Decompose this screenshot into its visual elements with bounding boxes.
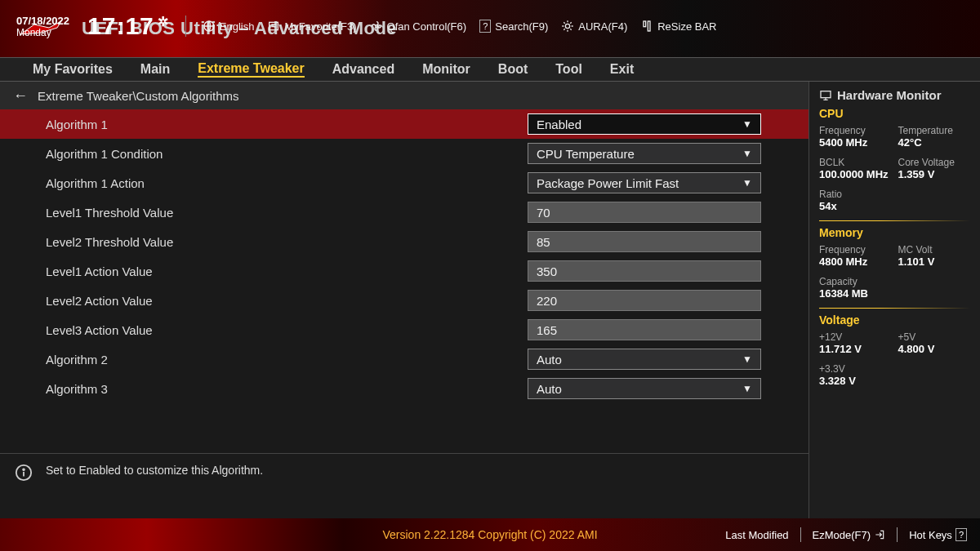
row-label: Level1 Threshold Value (46, 206, 528, 220)
row-algorithm-2[interactable]: Algorithm 2 Auto ▼ (0, 344, 808, 374)
input-level3-action[interactable]: 165 (528, 319, 761, 340)
select-algorithm-1-action[interactable]: Package Power Limit Fast ▼ (528, 172, 761, 193)
back-arrow-icon[interactable]: ← (13, 87, 28, 104)
monitor-icon (819, 89, 832, 102)
aura-button[interactable]: AURA(F4) (561, 20, 627, 33)
input-level1-threshold[interactable]: 70 (528, 202, 761, 223)
row-label: Algorithm 1 (46, 118, 528, 131)
chevron-down-icon: ▼ (742, 148, 752, 159)
svg-point-3 (566, 24, 570, 28)
breadcrumb: Extreme Tweaker\Custom Algorithms (38, 89, 238, 103)
sun-icon (561, 20, 574, 33)
svg-rect-5 (648, 21, 651, 31)
select-algorithm-3[interactable]: Auto ▼ (528, 378, 761, 399)
search-button[interactable]: ? Search(F9) (479, 20, 548, 33)
input-level2-threshold[interactable]: 85 (528, 231, 761, 252)
side-title: Hardware Monitor (819, 88, 970, 102)
resizebar-button[interactable]: ReSize BAR (640, 20, 716, 33)
select-algorithm-1[interactable]: Enabled ▼ (528, 113, 761, 135)
row-algorithm-1-action[interactable]: Algorithm 1 Action Package Power Limit F… (0, 168, 808, 198)
question-icon: ? (479, 20, 491, 33)
chevron-down-icon: ▼ (742, 353, 752, 365)
row-label: Level1 Action Value (46, 264, 528, 278)
tab-extreme-tweaker[interactable]: Extreme Tweaker (198, 61, 304, 78)
svg-point-7 (23, 469, 24, 470)
row-algorithm-3[interactable]: Algorithm 3 Auto ▼ (0, 374, 808, 403)
row-level1-threshold[interactable]: Level1 Threshold Value 70 (0, 198, 808, 227)
select-algorithm-2[interactable]: Auto ▼ (528, 349, 761, 370)
row-level3-action[interactable]: Level3 Action Value 165 (0, 315, 808, 344)
section-voltage: Voltage (819, 313, 970, 327)
row-label: Level2 Threshold Value (46, 235, 528, 249)
tab-monitor[interactable]: Monitor (422, 62, 470, 77)
hardware-monitor-panel: Hardware Monitor CPU Frequency5400 MHz T… (808, 82, 980, 518)
section-cpu: CPU (819, 107, 970, 120)
row-label: Algorithm 1 Condition (46, 147, 528, 161)
separator (897, 527, 898, 542)
info-panel: Set to Enabled to customize this Algorit… (0, 453, 808, 518)
divider (819, 220, 970, 221)
input-level1-action[interactable]: 350 (528, 260, 761, 282)
last-modified-button[interactable]: Last Modified (725, 529, 788, 541)
row-algorithm-1[interactable]: Algorithm 1 Enabled ▼ (0, 109, 808, 139)
gear-icon[interactable]: ✲ (158, 14, 169, 29)
tab-boot[interactable]: Boot (498, 62, 528, 77)
tab-tool[interactable]: Tool (555, 62, 582, 77)
hotkeys-button[interactable]: Hot Keys ? (909, 528, 967, 541)
version-text: Version 2.22.1284 Copyright (C) 2022 AMI (382, 528, 597, 541)
bar-icon (640, 20, 653, 33)
tab-main[interactable]: Main (140, 62, 170, 77)
header-banner: UEFI BIOS Utility – Advanced Mode 07/18/… (0, 0, 980, 57)
row-algorithm-1-condition[interactable]: Algorithm 1 Condition CPU Temperature ▼ (0, 139, 808, 168)
info-text: Set to Enabled to customize this Algorit… (46, 464, 263, 477)
row-label: Level2 Action Value (46, 294, 528, 308)
tab-exit[interactable]: Exit (610, 62, 634, 77)
row-level2-threshold[interactable]: Level2 Threshold Value 85 (0, 227, 808, 256)
main-tabs: My Favorites Main Extreme Tweaker Advanc… (0, 57, 980, 82)
tab-my-favorites[interactable]: My Favorites (33, 62, 113, 77)
info-icon (15, 464, 33, 482)
row-label: Algorithm 3 (46, 382, 528, 396)
separator (800, 527, 801, 542)
row-label: Algorithm 1 Action (46, 176, 528, 190)
clock-text: 17:17 ✲ (87, 12, 169, 40)
row-level1-action[interactable]: Level1 Action Value 350 (0, 256, 808, 286)
tab-advanced[interactable]: Advanced (332, 62, 394, 77)
chevron-down-icon: ▼ (742, 177, 752, 189)
chevron-down-icon: ▼ (742, 118, 752, 130)
datetime-block: 07/18/2022 Monday (16, 15, 69, 38)
qfan-button[interactable]: Qfan Control(F6) (370, 20, 467, 33)
ezmode-button[interactable]: EzMode(F7) (813, 529, 886, 541)
list-icon (267, 20, 280, 33)
language-button[interactable]: English (203, 20, 255, 33)
select-algorithm-1-condition[interactable]: CPU Temperature ▼ (528, 143, 761, 164)
row-label: Level3 Action Value (46, 323, 528, 337)
breadcrumb-bar: ← Extreme Tweaker\Custom Algorithms (0, 82, 808, 109)
myfavorite-button[interactable]: MyFavorite(F3) (267, 20, 356, 33)
chevron-down-icon: ▼ (742, 383, 752, 394)
divider (819, 308, 970, 309)
question-icon: ? (956, 528, 967, 541)
row-level2-action[interactable]: Level2 Action Value 220 (0, 286, 808, 315)
svg-rect-8 (821, 91, 831, 97)
globe-icon (203, 20, 216, 33)
date-text: 07/18/2022 (16, 15, 69, 27)
fan-icon (370, 20, 383, 33)
settings-list: Algorithm 1 Enabled ▼ Algorithm 1 Condit… (0, 109, 808, 453)
exit-icon (874, 529, 885, 540)
input-level2-action[interactable]: 220 (528, 290, 761, 311)
svg-rect-4 (644, 21, 646, 27)
separator (185, 16, 186, 37)
day-text: Monday (16, 27, 69, 38)
section-memory: Memory (819, 226, 970, 239)
row-label: Algorithm 2 (46, 353, 528, 367)
footer-bar: Version 2.22.1284 Copyright (C) 2022 AMI… (0, 518, 980, 551)
